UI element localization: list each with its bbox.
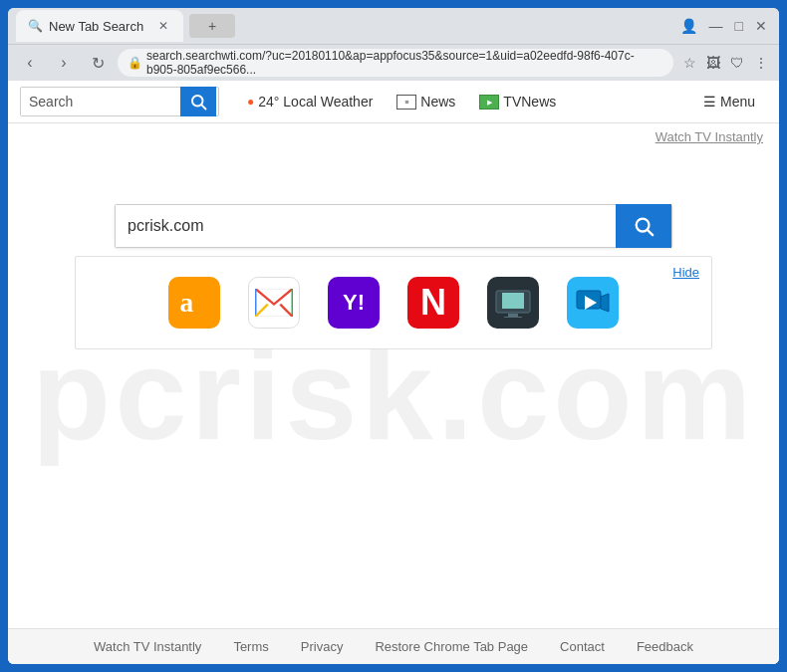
tvnews-label: TVNews xyxy=(503,94,556,110)
svg-rect-11 xyxy=(504,317,522,318)
forward-button[interactable]: › xyxy=(50,49,78,77)
toolbar: ● 24° Local Weather ≡ News ▶ TVNews ☰ Me… xyxy=(8,81,779,123)
page-content: Watch TV Instantly pcrisk.com Hide xyxy=(8,123,779,664)
footer-restore[interactable]: Restore Chrome Tab Page xyxy=(375,639,528,654)
amazon-icon: a xyxy=(176,285,212,321)
tvnews-icon: ▶ xyxy=(479,95,499,110)
video-icon xyxy=(575,285,611,321)
svg-marker-13 xyxy=(601,294,609,312)
hide-button[interactable]: Hide xyxy=(672,265,699,280)
svg-rect-9 xyxy=(502,293,524,309)
tab-close-button[interactable]: ✕ xyxy=(155,18,171,34)
back-button[interactable]: ‹ xyxy=(16,49,44,77)
active-tab[interactable]: 🔍 New Tab Search ✕ xyxy=(16,10,183,42)
main-search-button[interactable] xyxy=(616,204,671,248)
news-label: News xyxy=(420,94,455,110)
toolbar-nav: ● 24° Local Weather ≡ News ▶ TVNews xyxy=(235,90,691,113)
menu-button[interactable]: ☰ Menu xyxy=(691,90,767,113)
tv-shortcut[interactable] xyxy=(487,277,539,329)
user-icon[interactable]: 👤 xyxy=(680,18,697,34)
footer-terms[interactable]: Terms xyxy=(233,639,268,654)
tab-title: New Tab Search xyxy=(49,19,143,34)
tab-bar: 🔍 New Tab Search ✕ + xyxy=(16,10,680,42)
footer-watch-tv[interactable]: Watch TV Instantly xyxy=(94,639,201,654)
address-input[interactable]: 🔒 search.searchwti.com/?uc=20180110&ap=a… xyxy=(118,49,673,77)
gmail-icon xyxy=(255,289,293,317)
svg-line-3 xyxy=(648,230,653,235)
shield-icon[interactable]: 🛡 xyxy=(727,53,747,73)
new-tab-button[interactable]: + xyxy=(189,14,235,38)
footer-feedback[interactable]: Feedback xyxy=(637,639,693,654)
menu-dots-icon[interactable]: ⋮ xyxy=(751,53,771,73)
news-item[interactable]: ≡ News xyxy=(385,90,467,113)
svg-text:a: a xyxy=(180,288,194,318)
shortcuts-row: a xyxy=(106,277,681,329)
tv-icon xyxy=(494,287,532,319)
footer-contact[interactable]: Contact xyxy=(560,639,605,654)
extension-icon[interactable]: 🖼 xyxy=(703,53,723,73)
weather-item[interactable]: ● 24° Local Weather xyxy=(235,90,385,113)
weather-dot-icon: ● xyxy=(247,95,254,109)
star-icon[interactable]: ☆ xyxy=(679,53,699,73)
main-search-icon xyxy=(633,215,655,237)
main-search-area: Hide a xyxy=(8,204,779,349)
watch-tv-top-link[interactable]: Watch TV Instantly xyxy=(8,123,779,144)
main-search-bar[interactable] xyxy=(115,204,672,248)
address-url: search.searchwti.com/?uc=20180110&ap=app… xyxy=(146,49,663,77)
menu-label: Menu xyxy=(720,94,755,110)
hamburger-icon: ☰ xyxy=(703,94,716,110)
top-search-icon xyxy=(189,93,207,111)
minimize-button[interactable]: — xyxy=(709,18,723,34)
weather-label: 24° Local Weather xyxy=(258,94,373,110)
footer-privacy[interactable]: Privacy xyxy=(301,639,344,654)
lock-icon: 🔒 xyxy=(128,56,142,70)
browser-window: 🔍 New Tab Search ✕ + 👤 — □ ✕ ‹ › ↻ 🔒 sea… xyxy=(8,8,779,664)
svg-rect-10 xyxy=(508,314,518,317)
video-shortcut[interactable] xyxy=(567,277,619,329)
reload-button[interactable]: ↻ xyxy=(84,49,112,77)
top-search-input[interactable] xyxy=(21,88,180,115)
address-bar: ‹ › ↻ 🔒 search.searchwti.com/?uc=2018011… xyxy=(8,44,779,81)
close-button[interactable]: ✕ xyxy=(755,18,767,34)
top-search-bar[interactable] xyxy=(20,87,219,116)
amazon-shortcut[interactable]: a xyxy=(168,277,220,329)
main-search-input[interactable] xyxy=(116,205,616,247)
svg-line-1 xyxy=(201,105,205,109)
address-icons: ☆ 🖼 🛡 ⋮ xyxy=(679,53,771,73)
tvnews-item[interactable]: ▶ TVNews xyxy=(467,90,568,113)
netflix-shortcut[interactable]: N xyxy=(407,277,459,329)
window-controls: 👤 — □ ✕ xyxy=(680,18,771,34)
top-search-button[interactable] xyxy=(180,87,216,116)
title-bar: 🔍 New Tab Search ✕ + 👤 — □ ✕ xyxy=(8,8,779,44)
shortcuts-panel: Hide a xyxy=(75,256,712,349)
tab-favicon: 🔍 xyxy=(28,19,43,33)
footer: Watch TV Instantly Terms Privacy Restore… xyxy=(8,628,779,664)
gmail-shortcut[interactable] xyxy=(248,277,300,329)
maximize-button[interactable]: □ xyxy=(735,18,743,34)
news-icon: ≡ xyxy=(396,95,416,110)
yahoo-shortcut[interactable]: Y! xyxy=(328,277,380,329)
